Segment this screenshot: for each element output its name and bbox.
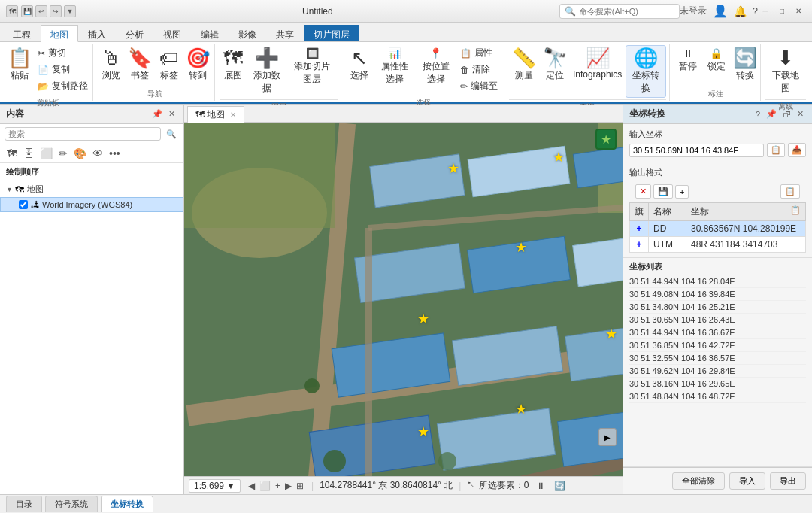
user-avatar-icon[interactable]: 👤 bbox=[713, 4, 728, 18]
map-nav-arrow[interactable]: ▶ bbox=[598, 428, 617, 446]
tab-project[interactable]: 工程 bbox=[3, 25, 41, 41]
locate-btn[interactable]: 🔭 定位 bbox=[540, 45, 569, 85]
undo-icon[interactable]: ↩ bbox=[35, 5, 47, 17]
map-tab-main[interactable]: 🗺 地图 ✕ bbox=[187, 106, 244, 123]
bottom-tab-coord[interactable]: 坐标转换 bbox=[101, 496, 153, 512]
nav-back-btn[interactable]: ◀ bbox=[247, 481, 256, 491]
coord-convert-btn[interactable]: 🌐 坐标转换 bbox=[626, 45, 666, 98]
coord-list-item-0[interactable]: 30 51 44.94N 104 16 28.04E bbox=[629, 275, 806, 288]
goto-btn[interactable]: 🎯 转到 bbox=[184, 45, 212, 85]
convert-btn[interactable]: 🔄 转换 bbox=[732, 45, 759, 85]
map-bookmark-btn[interactable]: ★ bbox=[595, 129, 617, 150]
filter-icon-btn[interactable]: ⬜ bbox=[38, 146, 55, 161]
attr-select-btn[interactable]: 📊 属性性选择 bbox=[374, 45, 414, 89]
measure-btn[interactable]: 📏 测量 bbox=[509, 45, 538, 85]
lock-btn[interactable]: 🔒 锁定 bbox=[703, 45, 730, 76]
coord-row-dd[interactable]: + DD 30.863567N 104.280199E bbox=[630, 221, 806, 237]
paste-btn[interactable]: 📋 粘贴 bbox=[6, 45, 33, 85]
layer-search-input[interactable] bbox=[5, 127, 161, 141]
tab-view[interactable]: 视图 bbox=[153, 25, 191, 41]
search-input[interactable] bbox=[579, 7, 669, 16]
pencil-icon-btn[interactable]: ✏ bbox=[56, 146, 70, 161]
sidebar-pin-btn[interactable]: 📌 bbox=[150, 108, 165, 120]
layer-world-imagery[interactable]: 🏞 World Imagery (WGS84) bbox=[0, 197, 183, 212]
tab-map[interactable]: 地图 bbox=[41, 25, 78, 42]
edit-at-btn[interactable]: ✏编辑至 bbox=[457, 78, 501, 94]
map-group-row[interactable]: ▼ 🗺 地图 bbox=[0, 181, 183, 197]
redo-icon[interactable]: ↪ bbox=[50, 5, 62, 17]
coord-copy-all-btn[interactable]: 📋 bbox=[780, 184, 800, 199]
map-tab-close-btn[interactable]: ✕ bbox=[230, 111, 236, 119]
nav-fullextent-btn[interactable]: ⊞ bbox=[295, 481, 305, 491]
minimize-btn[interactable]: ─ bbox=[758, 4, 773, 19]
close-btn[interactable]: ✕ bbox=[791, 4, 806, 19]
copy-btn[interactable]: 📄复制 bbox=[35, 62, 91, 77]
location-select-btn[interactable]: 📍 按位置选择 bbox=[416, 45, 456, 89]
pause-map-btn[interactable]: ⏸ bbox=[535, 481, 547, 491]
label-btn[interactable]: 🏷 标签 bbox=[156, 45, 183, 85]
add-tile-btn[interactable]: 🔲 添加切片图层 bbox=[286, 45, 338, 89]
clear-btn[interactable]: 🗑清除 bbox=[457, 62, 501, 77]
coord-list-item-7[interactable]: 30 51 49.62N 104 16 29.84E bbox=[629, 365, 806, 378]
tab-tile-layer[interactable]: 切片图层 bbox=[304, 25, 359, 41]
coord-list-item-5[interactable]: 30 51 36.85N 104 16 42.72E bbox=[629, 339, 806, 352]
style-icon-btn[interactable]: 🎨 bbox=[71, 146, 89, 161]
import-btn[interactable]: 导入 bbox=[729, 472, 765, 490]
maximize-btn[interactable]: □ bbox=[774, 4, 789, 19]
clear-all-btn[interactable]: 全部清除 bbox=[672, 472, 725, 490]
download-map-btn[interactable]: ⬇ 下载地图 bbox=[765, 45, 806, 98]
coord-list-item-9[interactable]: 30 51 48.84N 104 16 48.72E bbox=[629, 390, 806, 403]
coord-list-item-4[interactable]: 30 51 44.94N 104 16 36.67E bbox=[629, 326, 806, 339]
add-data-btn[interactable]: ➕ 添加数据 bbox=[248, 45, 285, 98]
scale-display[interactable]: 1:5,699 ▼ bbox=[189, 479, 241, 493]
coord-save-fmt-btn[interactable]: 💾 bbox=[653, 184, 673, 199]
dropdown-icon[interactable]: ▼ bbox=[64, 5, 76, 17]
eye-icon-btn[interactable]: 👁 bbox=[90, 146, 105, 161]
tab-edit[interactable]: 编辑 bbox=[191, 25, 229, 41]
notification-icon[interactable]: 🔔 bbox=[734, 5, 747, 17]
infographics-btn[interactable]: 📈 Infographics bbox=[571, 45, 624, 83]
bookmark-btn[interactable]: 🔖 书签 bbox=[126, 45, 154, 85]
user-label[interactable]: 未登录 bbox=[680, 5, 707, 17]
help-btn[interactable]: ? bbox=[753, 5, 758, 17]
refresh-map-btn[interactable]: 🔄 bbox=[553, 481, 567, 491]
nav-zoom-in-btn[interactable]: + bbox=[274, 481, 282, 491]
sidebar-close-btn[interactable]: ✕ bbox=[166, 108, 177, 120]
browse-btn[interactable]: 🖱 浏览 bbox=[98, 45, 125, 85]
coord-list-item-6[interactable]: 30 51 32.55N 104 16 36.57E bbox=[629, 352, 806, 365]
pause-btn[interactable]: ⏸ 暂停 bbox=[674, 45, 701, 76]
layer-icon-btn[interactable]: 🗺 bbox=[5, 146, 20, 161]
table-copy-btn[interactable]: 📋 bbox=[790, 205, 801, 215]
coord-copy-input-btn[interactable]: 📋 bbox=[767, 143, 785, 157]
coord-row-utm[interactable]: + UTM 48R 431184 3414703 bbox=[630, 237, 806, 253]
coord-list-item-3[interactable]: 30 51 30.65N 104 16 26.43E bbox=[629, 314, 806, 326]
tab-insert[interactable]: 插入 bbox=[78, 25, 116, 41]
coord-list-item-2[interactable]: 30 51 34.80N 104 16 25.21E bbox=[629, 301, 806, 314]
coord-paste-btn[interactable]: 📥 bbox=[788, 143, 806, 157]
copy-path-btn[interactable]: 📂复制路径 bbox=[35, 78, 91, 94]
coord-add-fmt-btn[interactable]: + bbox=[675, 185, 689, 199]
layer-visibility-checkbox[interactable] bbox=[19, 200, 28, 209]
nav-zoom-rect-btn[interactable]: ⬜ bbox=[258, 481, 272, 491]
bottom-tab-symbology[interactable]: 符号系统 bbox=[45, 496, 98, 512]
basemap-btn[interactable]: 🗺 底图 bbox=[220, 45, 247, 85]
database-icon-btn[interactable]: 🗄 bbox=[21, 146, 36, 161]
tab-imagery[interactable]: 影像 bbox=[229, 25, 266, 41]
coord-help-btn[interactable]: ? bbox=[753, 109, 762, 120]
coord-list-item-8[interactable]: 30 51 38.16N 104 16 29.65E bbox=[629, 378, 806, 390]
coord-delete-btn[interactable]: ✕ bbox=[635, 184, 651, 199]
save-icon[interactable]: 💾 bbox=[21, 5, 33, 17]
tab-share[interactable]: 共享 bbox=[266, 25, 304, 41]
more-icon-btn[interactable]: ••• bbox=[107, 146, 123, 161]
export-btn[interactable]: 导出 bbox=[770, 472, 806, 490]
bottom-tab-catalog[interactable]: 目录 bbox=[6, 496, 42, 512]
attribute-btn[interactable]: 📋属性 bbox=[457, 45, 501, 61]
search-btn[interactable]: 🔍 bbox=[164, 129, 179, 140]
cut-btn[interactable]: ✂剪切 bbox=[35, 45, 91, 61]
map-view[interactable]: ★ ★ ★ ★ ★ ★ ★ ★ ★ ▶ bbox=[184, 123, 623, 476]
tab-analysis[interactable]: 分析 bbox=[116, 25, 153, 41]
coord-list-item-1[interactable]: 30 51 49.08N 104 16 39.84E bbox=[629, 288, 806, 301]
coord-input-field[interactable] bbox=[629, 144, 764, 157]
select-btn[interactable]: ↖ 选择 bbox=[346, 45, 373, 85]
command-search[interactable]: 🔍 bbox=[559, 4, 680, 19]
